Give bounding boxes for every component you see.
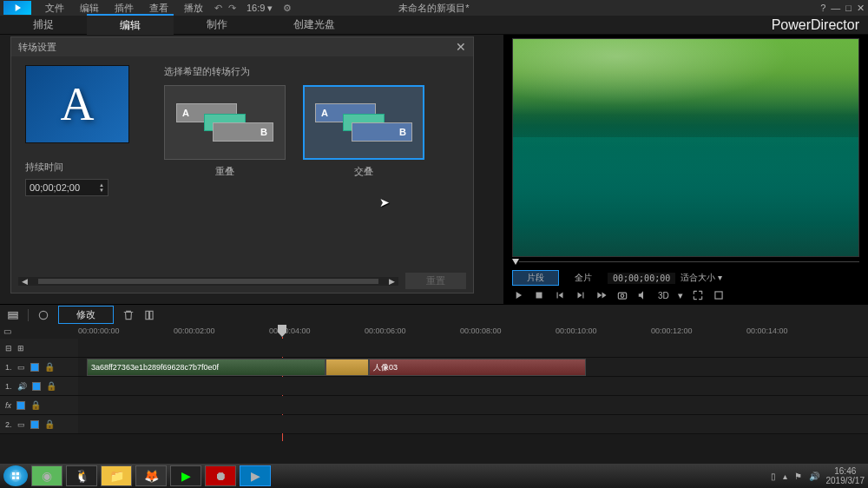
reset-button[interactable]: 重置 xyxy=(405,273,466,289)
play-icon[interactable] xyxy=(512,289,524,301)
video-clip-2[interactable]: 人像03 xyxy=(369,359,586,376)
workflow-tabs: 捕捉 编辑 制作 创建光盘 PowerDirector xyxy=(0,16,868,35)
lock-icon[interactable]: 🔒 xyxy=(46,381,56,391)
svg-rect-4 xyxy=(9,312,18,313)
preview-panel: 片段 全片 00;00;00;00 适合大小 ▾ 3D ▾ xyxy=(503,35,868,304)
preview-3d-dropdown-icon[interactable]: ▾ xyxy=(678,290,683,301)
track-audible-checkbox[interactable] xyxy=(32,382,41,391)
delete-icon[interactable] xyxy=(122,309,135,321)
track-index: 1. xyxy=(5,382,12,391)
dialog-hscrollbar[interactable]: ◀ ▶ xyxy=(18,277,398,286)
svg-rect-9 xyxy=(150,311,154,319)
lock-icon[interactable]: 🔒 xyxy=(44,362,55,372)
track-visible-checkbox[interactable] xyxy=(30,363,39,372)
pin-icon[interactable]: ⊟ xyxy=(5,344,12,353)
marker-icon[interactable] xyxy=(37,309,49,321)
split-icon[interactable] xyxy=(143,309,155,321)
minimize-icon[interactable]: — xyxy=(831,3,840,13)
left-panel: 转场设置 ✕ A 持续时间 ▲ ▼ xyxy=(0,35,503,304)
video-clip-1[interactable]: 3a68ff27363e1b289f69628c7b7f0e0f xyxy=(87,359,326,376)
snapshot-icon[interactable] xyxy=(616,289,628,301)
taskbar-app-1[interactable]: ◉ xyxy=(31,465,62,486)
svg-rect-3 xyxy=(715,292,722,299)
modify-button[interactable]: 修改 xyxy=(58,306,114,324)
track-visible-checkbox[interactable] xyxy=(30,420,39,429)
preview-3d-toggle[interactable]: 3D xyxy=(658,291,669,300)
audio-track-1: 1. 🔊 🔒 xyxy=(0,377,868,396)
preview-mode-full[interactable]: 全片 xyxy=(564,271,602,285)
taskbar-powerdirector[interactable]: ▶ xyxy=(240,465,271,486)
start-button[interactable] xyxy=(3,465,28,486)
spinner-down-icon[interactable]: ▼ xyxy=(99,188,104,193)
behavior-overlap-option[interactable]: A B 重叠 xyxy=(164,85,286,178)
taskbar-app-5[interactable]: ▶ xyxy=(170,465,201,486)
menu-file[interactable]: 文件 xyxy=(38,0,71,16)
duration-input[interactable]: ▲ ▼ xyxy=(25,179,108,196)
storyboard-icon[interactable]: ▭ xyxy=(3,326,11,336)
svg-rect-6 xyxy=(9,317,18,319)
preview-mode-segment[interactable]: 片段 xyxy=(512,270,559,286)
video-track-2: 2. ▭ 🔒 xyxy=(0,415,868,434)
svg-rect-5 xyxy=(9,314,18,316)
snap-icon[interactable]: ⊞ xyxy=(17,344,24,353)
taskbar-app-3[interactable]: 📁 xyxy=(101,465,132,486)
time-ruler[interactable]: ▭ 00:00:00:00 00:00:02:00 00:00:04:00 00… xyxy=(0,325,868,339)
preview-viewport[interactable] xyxy=(512,38,859,257)
taskbar-app-2[interactable]: 🐧 xyxy=(66,465,97,486)
ruler-mark: 00:00:14:00 xyxy=(746,326,788,335)
ruler-mark: 00:00:00:00 xyxy=(78,326,120,335)
dialog-close-icon[interactable]: ✕ xyxy=(456,40,466,54)
svg-rect-0 xyxy=(536,293,542,299)
fx-visible-checkbox[interactable] xyxy=(16,401,25,410)
duration-field[interactable] xyxy=(30,182,92,193)
taskbar-app-6[interactable]: ⏺ xyxy=(205,465,236,486)
fast-forward-icon[interactable] xyxy=(595,289,608,301)
tab-edit[interactable]: 编辑 xyxy=(87,14,174,36)
audio-track-icon: 🔊 xyxy=(17,382,27,391)
overlap-b-label: B xyxy=(213,122,273,142)
taskbar-app-4[interactable]: 🦊 xyxy=(135,465,167,486)
dialog-title: 转场设置 xyxy=(18,41,56,54)
tray-battery-icon[interactable]: ▯ xyxy=(771,472,776,481)
aspect-dropdown[interactable]: 16:9 ▾ xyxy=(240,1,279,16)
undock-icon[interactable] xyxy=(713,289,725,301)
tray-up-icon[interactable]: ▴ xyxy=(783,472,787,481)
behavior-cross-option[interactable]: A B 交叠 xyxy=(303,85,424,178)
stop-icon[interactable] xyxy=(533,289,545,301)
undo-icon[interactable]: ↶ xyxy=(212,2,224,14)
tab-produce[interactable]: 制作 xyxy=(174,15,260,35)
tab-create-disc[interactable]: 创建光盘 xyxy=(260,15,368,35)
maximize-icon[interactable]: □ xyxy=(845,3,852,13)
next-frame-icon[interactable] xyxy=(575,289,587,301)
tray-volume-icon[interactable]: 🔊 xyxy=(809,472,819,481)
timeline-view-icon[interactable] xyxy=(7,309,19,321)
tray-flag-icon[interactable]: ⚑ xyxy=(794,472,802,481)
preview-fit-dropdown[interactable]: 适合大小 ▾ xyxy=(681,272,722,284)
lock-icon[interactable]: 🔒 xyxy=(30,400,41,410)
scroll-left-icon[interactable]: ◀ xyxy=(18,277,31,286)
cross-b-label: B xyxy=(352,122,412,142)
scroll-right-icon[interactable]: ▶ xyxy=(385,277,398,286)
svg-point-7 xyxy=(39,311,47,319)
preview-playhead-icon[interactable] xyxy=(512,259,519,265)
tray-clock[interactable]: 16:46 2019/3/17 xyxy=(826,466,865,485)
lock-icon[interactable]: 🔒 xyxy=(44,419,55,429)
timeline: ▭ 00:00:00:00 00:00:02:00 00:00:04:00 00… xyxy=(0,325,868,455)
settings-icon[interactable]: ⚙ xyxy=(281,2,293,14)
redo-icon[interactable]: ↷ xyxy=(226,2,238,14)
volume-icon[interactable] xyxy=(637,289,649,301)
prev-frame-icon[interactable] xyxy=(554,289,566,301)
ruler-mark: 00:00:06:00 xyxy=(365,326,406,335)
app-logo xyxy=(3,1,31,15)
close-icon[interactable]: ✕ xyxy=(857,3,865,14)
cross-caption: 交叠 xyxy=(303,165,424,178)
svg-rect-1 xyxy=(618,293,626,299)
transition-clip[interactable] xyxy=(326,359,369,376)
menu-play[interactable]: 播放 xyxy=(177,0,210,16)
help-icon[interactable]: ? xyxy=(820,3,825,13)
fx-track: fx 🔒 xyxy=(0,396,868,415)
fullscreen-icon[interactable] xyxy=(692,289,704,301)
tab-capture[interactable]: 捕捉 xyxy=(0,15,87,35)
svg-point-10 xyxy=(10,470,21,481)
track-index: 1. xyxy=(5,363,12,372)
